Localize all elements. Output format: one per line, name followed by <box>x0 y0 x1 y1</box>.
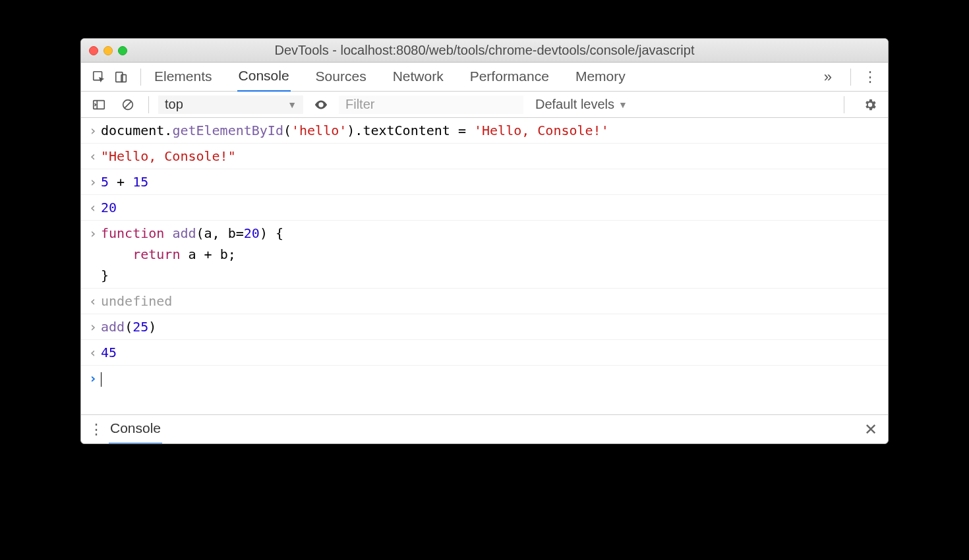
log-levels-select[interactable]: Default levels ▼ <box>530 97 628 112</box>
console-input-row: 5 + 15 <box>81 169 888 195</box>
devtools-window: DevTools - localhost:8080/web/tools/chro… <box>80 38 889 444</box>
drawer: ⋮ Console ✕ <box>81 414 888 443</box>
inspect-element-icon[interactable] <box>88 66 110 88</box>
console-output-row: "Hello, Console!" <box>81 144 888 169</box>
zoom-window-button[interactable] <box>118 46 127 55</box>
tab-memory[interactable]: Memory <box>574 63 627 91</box>
console-prompt-row[interactable] <box>81 366 888 391</box>
output-chevron-icon <box>85 197 101 218</box>
tab-performance[interactable]: Performance <box>469 63 550 91</box>
output-chevron-icon <box>85 291 101 312</box>
console-input-text: 5 + 15 <box>101 171 881 192</box>
drawer-tab-console[interactable]: Console <box>109 415 162 444</box>
console-output-text: 20 <box>101 197 881 218</box>
console-output: document.getElementById('hello').textCon… <box>81 118 888 391</box>
log-levels-label: Default levels <box>535 97 614 112</box>
drawer-more-button[interactable]: ⋮ <box>88 421 105 438</box>
input-chevron-icon <box>85 171 101 192</box>
input-chevron-icon <box>85 223 101 244</box>
close-drawer-button[interactable]: ✕ <box>860 420 881 439</box>
tab-sources[interactable]: Sources <box>314 63 368 91</box>
dropdown-icon: ▼ <box>287 99 297 110</box>
separator <box>140 69 141 86</box>
console-output-row: undefined <box>81 289 888 314</box>
output-chevron-icon <box>85 146 101 167</box>
clear-console-icon[interactable] <box>117 94 139 116</box>
traffic-lights <box>89 46 127 55</box>
output-chevron-icon <box>85 342 101 363</box>
separator <box>148 96 149 113</box>
console-output-text: 45 <box>101 342 881 363</box>
close-window-button[interactable] <box>89 46 98 55</box>
dropdown-icon: ▼ <box>618 99 628 110</box>
window-title: DevTools - localhost:8080/web/tools/chro… <box>81 43 888 58</box>
console-output-row: 20 <box>81 195 888 221</box>
console-output-text: "Hello, Console!" <box>101 146 881 167</box>
console-settings-icon[interactable] <box>859 94 881 116</box>
device-toolbar-icon[interactable] <box>110 66 132 88</box>
filter-input[interactable] <box>339 96 523 114</box>
show-console-sidebar-icon[interactable] <box>88 94 110 116</box>
live-expression-icon[interactable] <box>310 94 332 116</box>
console-input-text: function add(a, b=20) { return a + b; } <box>101 223 881 286</box>
execution-context-label: top <box>165 97 183 112</box>
input-chevron-icon <box>85 120 101 141</box>
overflow-tabs-button[interactable]: » <box>813 69 842 86</box>
minimize-window-button[interactable] <box>103 46 113 55</box>
console-output-row: 45 <box>81 340 888 366</box>
execution-context-select[interactable]: top ▼ <box>158 96 303 114</box>
tab-elements[interactable]: Elements <box>153 63 214 91</box>
tab-network[interactable]: Network <box>392 63 445 91</box>
console-toolbar: top ▼ Default levels ▼ <box>81 92 888 118</box>
separator <box>844 96 844 113</box>
separator <box>850 69 851 86</box>
prompt-chevron-icon <box>85 368 101 389</box>
console-prompt-input[interactable] <box>101 368 881 389</box>
svg-rect-3 <box>94 100 105 109</box>
more-options-button[interactable]: ⋮ <box>859 69 881 86</box>
titlebar: DevTools - localhost:8080/web/tools/chro… <box>81 39 888 63</box>
console-input-row: function add(a, b=20) { return a + b; } <box>81 221 888 289</box>
text-caret <box>101 372 102 387</box>
console-input-row: document.getElementById('hello').textCon… <box>81 118 888 144</box>
main-tabbar: ElementsConsoleSourcesNetworkPerformance… <box>81 63 888 92</box>
input-chevron-icon <box>85 316 101 337</box>
tab-console[interactable]: Console <box>237 63 291 92</box>
console-input-row: add(25) <box>81 314 888 340</box>
console-input-text: add(25) <box>101 316 881 337</box>
console-input-text: document.getElementById('hello').textCon… <box>101 120 881 141</box>
console-output-text: undefined <box>101 291 881 312</box>
svg-line-6 <box>125 101 131 107</box>
